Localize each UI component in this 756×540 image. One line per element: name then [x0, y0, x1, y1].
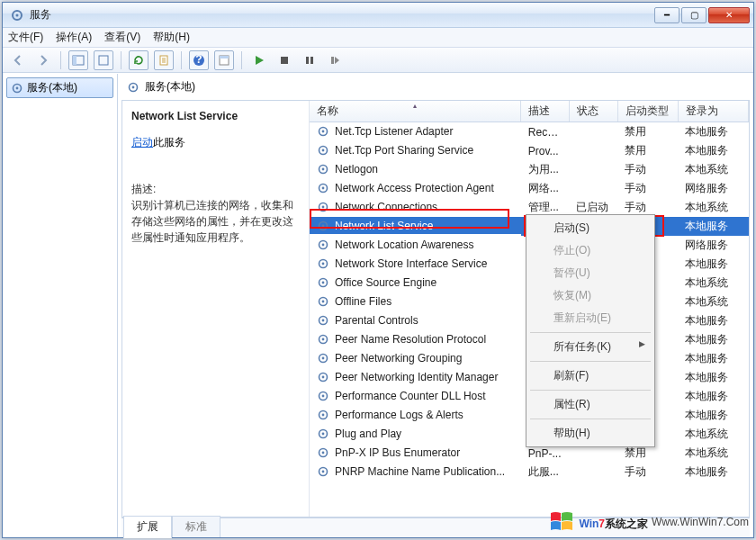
col-status[interactable]: 状态 [569, 101, 617, 122]
svg-rect-9 [220, 56, 229, 58]
cell-name: Network Location Awareness [310, 236, 521, 253]
detail-title: Network List Service [131, 110, 300, 122]
show-hide-tree-button[interactable] [68, 50, 88, 70]
svg-point-33 [322, 262, 325, 265]
ctx-refresh[interactable]: 刷新(F) [528, 364, 652, 387]
cell-logon: 本地服务 [678, 387, 748, 406]
svg-point-17 [132, 86, 135, 88]
cell-logon: 网络服务 [678, 236, 748, 255]
ctx-stop: 停止(O) [528, 239, 652, 262]
ctx-start[interactable]: 启动(S) [528, 217, 652, 239]
cell-status [569, 141, 617, 160]
stop-button[interactable] [274, 50, 294, 70]
menu-help[interactable]: 帮助(H) [153, 30, 190, 45]
right-pane-body: Network List Service 启动此服务 描述: 识别计算机已连接的… [122, 101, 750, 518]
svg-rect-13 [331, 57, 334, 64]
col-name[interactable]: 名称▴ [310, 101, 521, 122]
col-logon[interactable]: 登录为 [678, 101, 748, 122]
cell-name: Plug and Play [310, 425, 521, 442]
refresh-button[interactable] [129, 50, 148, 70]
cell-status [569, 179, 617, 198]
cell-name: Network Connections [310, 198, 521, 215]
cell-name: Peer Networking Identity Manager [310, 368, 521, 385]
svg-point-21 [322, 148, 325, 151]
maximize-button[interactable]: ▢ [681, 7, 706, 23]
ctx-separator [530, 361, 651, 362]
start-service-link[interactable]: 启动 [131, 136, 153, 148]
ctx-separator [530, 418, 651, 419]
cell-name: Network Access Protection Agent [310, 179, 521, 196]
titlebar[interactable]: 服务 ━ ▢ ✕ [3, 3, 753, 28]
svg-point-31 [322, 243, 325, 246]
cell-logon: 本地服务 [678, 463, 748, 482]
tab-extended[interactable]: 扩展 [123, 516, 172, 538]
play-button[interactable] [249, 50, 269, 70]
table-row[interactable]: PNRP Machine Name Publication...此服...手动本… [310, 463, 749, 482]
svg-point-53 [322, 451, 325, 454]
ctx-properties[interactable]: 属性(R) [528, 393, 652, 416]
restart-button[interactable] [325, 50, 345, 70]
help-button[interactable]: ? [189, 50, 209, 70]
col-startup[interactable]: 启动类型 [617, 101, 678, 122]
service-list[interactable]: 名称▴ 描述 状态 启动类型 登录为 Net.Tcp Listener Adap… [310, 101, 749, 517]
cell-name: Net.Tcp Port Sharing Service [310, 141, 521, 158]
toolbar: ? [3, 48, 753, 73]
tree-item-label: 服务(本地) [27, 80, 77, 95]
menu-file[interactable]: 文件(F) [8, 30, 43, 45]
cell-desc: 此服... [521, 463, 570, 482]
tree-item-services-local[interactable]: 服务(本地) [6, 77, 113, 98]
tab-standard[interactable]: 标准 [172, 516, 220, 537]
properties-button[interactable] [214, 50, 234, 70]
menu-action[interactable]: 操作(A) [56, 30, 92, 45]
table-row[interactable]: Network Access Protection Agent网络...手动网络… [310, 179, 749, 198]
minimize-button[interactable]: ━ [654, 7, 680, 23]
table-row[interactable]: Net.Tcp Listener AdapterRece...禁用本地服务 [310, 122, 749, 142]
gear-icon [317, 220, 329, 232]
window-controls: ━ ▢ ✕ [654, 7, 750, 23]
ctx-pause: 暂停(U) [528, 262, 652, 284]
right-pane-header: 服务(本地) [122, 77, 750, 101]
svg-point-39 [322, 319, 325, 321]
svg-point-35 [322, 281, 325, 284]
toolbar-separator [121, 51, 122, 69]
svg-rect-11 [306, 57, 309, 64]
svg-point-37 [322, 300, 325, 302]
menu-view[interactable]: 查看(V) [104, 30, 140, 45]
left-tree[interactable]: 服务(本地) [3, 74, 118, 537]
table-row[interactable]: Netlogon为用...手动本地系统 [310, 160, 749, 179]
col-desc[interactable]: 描述 [521, 101, 570, 122]
nav-forward-button[interactable] [33, 50, 53, 70]
gear-icon [317, 144, 329, 157]
svg-point-43 [322, 356, 325, 359]
table-row[interactable]: Net.Tcp Port Sharing ServiceProv...禁用本地服… [310, 141, 749, 160]
cell-logon: 本地系统 [678, 444, 748, 463]
svg-point-15 [16, 86, 19, 89]
nav-back-button[interactable] [8, 50, 28, 70]
gear-icon [317, 125, 329, 138]
svg-point-25 [322, 186, 325, 189]
menubar: 文件(F) 操作(A) 查看(V) 帮助(H) [3, 28, 753, 48]
main-body: 服务(本地) 服务(本地) Network List Service 启动此服务… [3, 73, 753, 537]
cell-name: Network Store Interface Service [310, 255, 521, 272]
svg-point-51 [322, 432, 325, 435]
gear-icon [127, 81, 140, 94]
services-window: 服务 ━ ▢ ✕ 文件(F) 操作(A) 查看(V) 帮助(H) ? [2, 2, 754, 538]
cell-logon: 本地系统 [678, 292, 748, 311]
svg-point-41 [322, 338, 325, 340]
toolbar-button-2[interactable] [94, 50, 113, 70]
cell-logon: 本地系统 [678, 198, 748, 217]
ctx-restart: 重新启动(E) [528, 307, 652, 329]
toolbar-separator [241, 51, 242, 69]
ctx-all-tasks[interactable]: 所有任务(K) [528, 336, 652, 358]
svg-point-55 [322, 470, 325, 472]
export-button[interactable] [154, 50, 174, 70]
cell-name: Peer Networking Grouping [310, 349, 521, 366]
cell-startup: 禁用 [617, 141, 678, 160]
svg-point-47 [322, 394, 325, 397]
ctx-help[interactable]: 帮助(H) [528, 422, 652, 445]
cell-desc: Rece... [521, 122, 570, 142]
close-button[interactable]: ✕ [708, 7, 750, 23]
pause-button[interactable] [300, 50, 320, 70]
detail-desc-text: 识别计算机已连接的网络，收集和存储这些网络的属性，并在更改这些属性时通知应用程序… [131, 197, 300, 246]
gear-icon [317, 446, 329, 459]
